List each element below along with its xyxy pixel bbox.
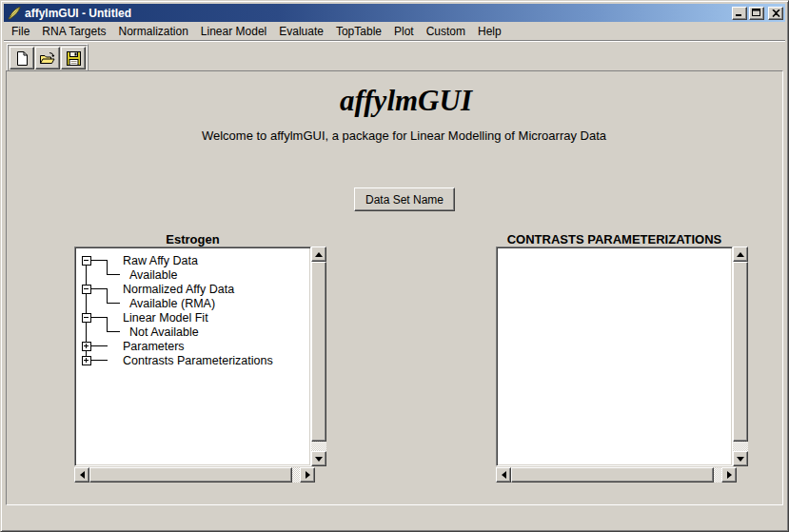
welcome-text: Welcome to affylmGUI, a package for Line… <box>26 128 782 143</box>
window-title: affylmGUI - Untitled <box>25 5 730 22</box>
horizontal-scroll-thumb[interactable] <box>89 467 292 483</box>
scroll-left-button[interactable] <box>74 467 89 483</box>
open-file-button[interactable] <box>35 47 60 69</box>
right-panel-title: CONTRASTS PARAMETERIZATIONS <box>496 232 733 246</box>
tree-node-raw-available[interactable]: Available <box>129 268 178 282</box>
tree-toggle-raw-affy-data[interactable] <box>82 256 90 265</box>
arrow-right-icon <box>306 471 310 479</box>
minimize-button[interactable] <box>732 7 747 20</box>
dataset-tree-panel: Raw Affy Data Available Normalized Affy … <box>74 246 327 483</box>
app-title: affylmGUI <box>30 84 782 118</box>
minimize-icon <box>735 9 744 17</box>
close-icon <box>772 10 780 17</box>
scroll-right-button[interactable] <box>721 467 737 483</box>
new-document-icon <box>14 50 30 67</box>
maximize-icon <box>752 9 761 17</box>
scroll-left-button[interactable] <box>496 467 511 483</box>
open-folder-icon <box>39 50 56 67</box>
scroll-down-button[interactable] <box>733 451 748 466</box>
status-bar <box>4 505 785 528</box>
tree-toggle-linear-model-fit[interactable] <box>82 313 90 322</box>
scroll-down-button[interactable] <box>311 451 326 466</box>
toolbar <box>4 40 785 70</box>
close-button[interactable] <box>768 7 783 20</box>
save-floppy-icon <box>66 50 82 67</box>
contrasts-vertical-scrollbar[interactable] <box>733 246 748 466</box>
dataset-tree[interactable]: Raw Affy Data Available Normalized Affy … <box>77 249 310 465</box>
title-bar[interactable]: affylmGUI - Untitled <box>4 4 785 22</box>
vertical-scroll-thumb[interactable] <box>733 262 748 442</box>
tree-toggle-parameters[interactable] <box>82 342 90 350</box>
tk-feather-icon <box>7 6 22 21</box>
horizontal-scroll-thumb[interactable] <box>511 467 714 483</box>
tree-node-contrasts-parameterizations[interactable]: Contrasts Parameterizations <box>123 354 273 367</box>
contrasts-horizontal-scrollbar[interactable] <box>496 467 737 483</box>
application-window: affylmGUI - Untitled File RNA Targets No… <box>0 0 789 532</box>
arrow-up-icon <box>737 252 744 257</box>
tree-vertical-scrollbar[interactable] <box>311 246 326 466</box>
dataset-tree-listbox[interactable]: Raw Affy Data Available Normalized Affy … <box>74 246 311 466</box>
new-file-button[interactable] <box>10 47 34 69</box>
arrow-left-icon <box>502 471 506 479</box>
left-panel-title: Estrogen <box>74 232 311 246</box>
tree-node-fit-not-available[interactable]: Not Available <box>129 325 199 339</box>
scroll-right-button[interactable] <box>300 467 315 483</box>
menu-bar: File RNA Targets Normalization Linear Mo… <box>4 22 785 40</box>
toolbar-group <box>7 44 89 72</box>
tree-toggle-contrasts-parameterizations[interactable] <box>82 356 90 365</box>
tree-node-raw-affy-data[interactable]: Raw Affy Data <box>123 254 198 267</box>
contrasts-listbox[interactable] <box>496 246 733 466</box>
menu-custom[interactable]: Custom <box>422 23 470 40</box>
arrow-up-icon <box>315 252 323 257</box>
arrow-down-icon <box>737 457 744 462</box>
main-canvas: affylmGUI Welcome to affylmGUI, a packag… <box>6 70 783 505</box>
menu-file[interactable]: File <box>7 23 34 40</box>
tree-node-normalized-available[interactable]: Available (RMA) <box>129 297 215 310</box>
arrow-right-icon <box>727 471 732 479</box>
menu-linear-model[interactable]: Linear Model <box>196 23 271 40</box>
tree-horizontal-scrollbar[interactable] <box>74 467 315 483</box>
scroll-up-button[interactable] <box>733 246 748 262</box>
arrow-down-icon <box>315 457 323 462</box>
menu-normalization[interactable]: Normalization <box>114 23 193 40</box>
menu-rna-targets[interactable]: RNA Targets <box>37 23 110 40</box>
dataset-name-button[interactable]: Data Set Name <box>354 187 455 211</box>
tree-node-linear-model-fit[interactable]: Linear Model Fit <box>123 311 208 325</box>
tree-node-parameters[interactable]: Parameters <box>123 340 185 353</box>
tree-node-normalized-affy-data[interactable]: Normalized Affy Data <box>123 283 234 296</box>
maximize-button[interactable] <box>749 7 764 20</box>
tree-toggle-normalized-affy-data[interactable] <box>82 285 90 293</box>
menu-toptable[interactable]: TopTable <box>331 23 386 40</box>
save-file-button[interactable] <box>61 47 86 69</box>
contrasts-panel <box>496 246 749 483</box>
arrow-left-icon <box>80 471 85 479</box>
scroll-up-button[interactable] <box>311 246 326 262</box>
menu-evaluate[interactable]: Evaluate <box>274 23 328 40</box>
vertical-scroll-thumb[interactable] <box>311 262 326 442</box>
menu-help[interactable]: Help <box>473 23 506 40</box>
menu-plot[interactable]: Plot <box>389 23 419 40</box>
